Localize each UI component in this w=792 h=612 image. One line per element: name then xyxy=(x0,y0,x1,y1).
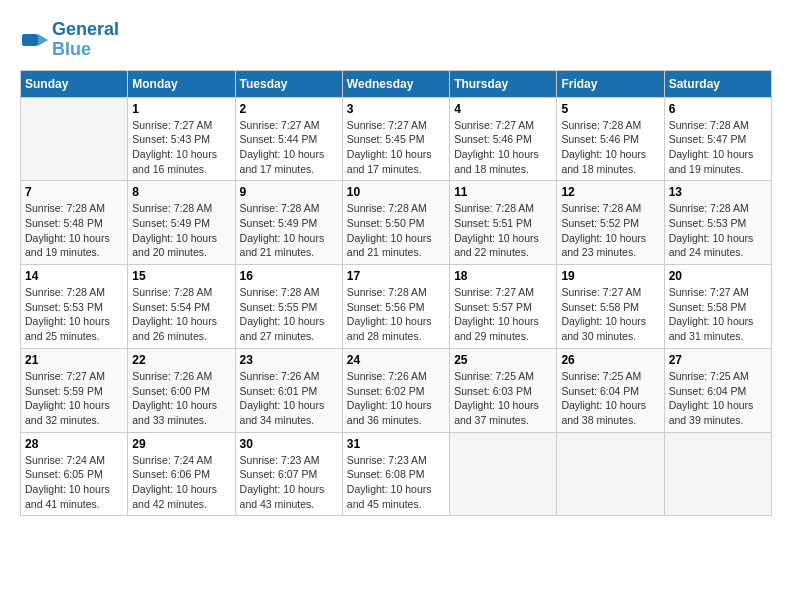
day-info: Sunrise: 7:27 AMSunset: 5:44 PMDaylight:… xyxy=(240,118,338,177)
day-info: Sunrise: 7:28 AMSunset: 5:47 PMDaylight:… xyxy=(669,118,767,177)
day-info: Sunrise: 7:26 AMSunset: 6:01 PMDaylight:… xyxy=(240,369,338,428)
calendar-cell: 10Sunrise: 7:28 AMSunset: 5:50 PMDayligh… xyxy=(342,181,449,265)
calendar-cell: 25Sunrise: 7:25 AMSunset: 6:03 PMDayligh… xyxy=(450,348,557,432)
calendar-cell: 9Sunrise: 7:28 AMSunset: 5:49 PMDaylight… xyxy=(235,181,342,265)
calendar-cell xyxy=(664,432,771,516)
day-info: Sunrise: 7:23 AMSunset: 6:08 PMDaylight:… xyxy=(347,453,445,512)
day-info: Sunrise: 7:25 AMSunset: 6:04 PMDaylight:… xyxy=(669,369,767,428)
calendar-cell: 26Sunrise: 7:25 AMSunset: 6:04 PMDayligh… xyxy=(557,348,664,432)
day-info: Sunrise: 7:27 AMSunset: 5:46 PMDaylight:… xyxy=(454,118,552,177)
day-number: 7 xyxy=(25,185,123,199)
calendar-cell: 18Sunrise: 7:27 AMSunset: 5:57 PMDayligh… xyxy=(450,265,557,349)
day-number: 12 xyxy=(561,185,659,199)
day-number: 29 xyxy=(132,437,230,451)
calendar-cell: 28Sunrise: 7:24 AMSunset: 6:05 PMDayligh… xyxy=(21,432,128,516)
day-number: 2 xyxy=(240,102,338,116)
calendar-cell: 5Sunrise: 7:28 AMSunset: 5:46 PMDaylight… xyxy=(557,97,664,181)
calendar-week-1: 1Sunrise: 7:27 AMSunset: 5:43 PMDaylight… xyxy=(21,97,772,181)
day-number: 24 xyxy=(347,353,445,367)
day-number: 15 xyxy=(132,269,230,283)
calendar-cell: 22Sunrise: 7:26 AMSunset: 6:00 PMDayligh… xyxy=(128,348,235,432)
day-info: Sunrise: 7:27 AMSunset: 5:58 PMDaylight:… xyxy=(561,285,659,344)
calendar-cell: 6Sunrise: 7:28 AMSunset: 5:47 PMDaylight… xyxy=(664,97,771,181)
day-number: 8 xyxy=(132,185,230,199)
calendar-cell: 1Sunrise: 7:27 AMSunset: 5:43 PMDaylight… xyxy=(128,97,235,181)
calendar-cell: 15Sunrise: 7:28 AMSunset: 5:54 PMDayligh… xyxy=(128,265,235,349)
calendar-week-4: 21Sunrise: 7:27 AMSunset: 5:59 PMDayligh… xyxy=(21,348,772,432)
day-number: 23 xyxy=(240,353,338,367)
day-info: Sunrise: 7:28 AMSunset: 5:49 PMDaylight:… xyxy=(132,201,230,260)
calendar-cell: 31Sunrise: 7:23 AMSunset: 6:08 PMDayligh… xyxy=(342,432,449,516)
day-number: 21 xyxy=(25,353,123,367)
day-number: 25 xyxy=(454,353,552,367)
day-info: Sunrise: 7:28 AMSunset: 5:48 PMDaylight:… xyxy=(25,201,123,260)
day-info: Sunrise: 7:28 AMSunset: 5:54 PMDaylight:… xyxy=(132,285,230,344)
calendar-cell: 8Sunrise: 7:28 AMSunset: 5:49 PMDaylight… xyxy=(128,181,235,265)
day-number: 13 xyxy=(669,185,767,199)
calendar-week-5: 28Sunrise: 7:24 AMSunset: 6:05 PMDayligh… xyxy=(21,432,772,516)
calendar-cell xyxy=(557,432,664,516)
day-number: 1 xyxy=(132,102,230,116)
day-number: 30 xyxy=(240,437,338,451)
calendar-cell: 19Sunrise: 7:27 AMSunset: 5:58 PMDayligh… xyxy=(557,265,664,349)
calendar-cell: 2Sunrise: 7:27 AMSunset: 5:44 PMDaylight… xyxy=(235,97,342,181)
day-info: Sunrise: 7:28 AMSunset: 5:49 PMDaylight:… xyxy=(240,201,338,260)
day-number: 6 xyxy=(669,102,767,116)
calendar-cell: 20Sunrise: 7:27 AMSunset: 5:58 PMDayligh… xyxy=(664,265,771,349)
calendar-cell: 3Sunrise: 7:27 AMSunset: 5:45 PMDaylight… xyxy=(342,97,449,181)
day-info: Sunrise: 7:27 AMSunset: 5:58 PMDaylight:… xyxy=(669,285,767,344)
svg-rect-0 xyxy=(22,34,38,46)
header-row: SundayMondayTuesdayWednesdayThursdayFrid… xyxy=(21,70,772,97)
calendar-cell: 24Sunrise: 7:26 AMSunset: 6:02 PMDayligh… xyxy=(342,348,449,432)
calendar-header: SundayMondayTuesdayWednesdayThursdayFrid… xyxy=(21,70,772,97)
day-info: Sunrise: 7:28 AMSunset: 5:55 PMDaylight:… xyxy=(240,285,338,344)
calendar-cell: 29Sunrise: 7:24 AMSunset: 6:06 PMDayligh… xyxy=(128,432,235,516)
calendar-cell: 30Sunrise: 7:23 AMSunset: 6:07 PMDayligh… xyxy=(235,432,342,516)
calendar-cell: 21Sunrise: 7:27 AMSunset: 5:59 PMDayligh… xyxy=(21,348,128,432)
page-header: General Blue xyxy=(20,20,772,60)
header-cell-tuesday: Tuesday xyxy=(235,70,342,97)
calendar-cell: 14Sunrise: 7:28 AMSunset: 5:53 PMDayligh… xyxy=(21,265,128,349)
day-info: Sunrise: 7:28 AMSunset: 5:53 PMDaylight:… xyxy=(669,201,767,260)
day-number: 11 xyxy=(454,185,552,199)
day-info: Sunrise: 7:28 AMSunset: 5:46 PMDaylight:… xyxy=(561,118,659,177)
day-info: Sunrise: 7:26 AMSunset: 6:00 PMDaylight:… xyxy=(132,369,230,428)
day-info: Sunrise: 7:24 AMSunset: 6:06 PMDaylight:… xyxy=(132,453,230,512)
day-info: Sunrise: 7:27 AMSunset: 5:59 PMDaylight:… xyxy=(25,369,123,428)
day-number: 17 xyxy=(347,269,445,283)
logo: General Blue xyxy=(20,20,119,60)
calendar-cell: 11Sunrise: 7:28 AMSunset: 5:51 PMDayligh… xyxy=(450,181,557,265)
day-info: Sunrise: 7:23 AMSunset: 6:07 PMDaylight:… xyxy=(240,453,338,512)
calendar-week-2: 7Sunrise: 7:28 AMSunset: 5:48 PMDaylight… xyxy=(21,181,772,265)
day-number: 26 xyxy=(561,353,659,367)
day-number: 4 xyxy=(454,102,552,116)
day-info: Sunrise: 7:28 AMSunset: 5:51 PMDaylight:… xyxy=(454,201,552,260)
header-cell-friday: Friday xyxy=(557,70,664,97)
day-info: Sunrise: 7:25 AMSunset: 6:03 PMDaylight:… xyxy=(454,369,552,428)
day-info: Sunrise: 7:28 AMSunset: 5:56 PMDaylight:… xyxy=(347,285,445,344)
day-number: 18 xyxy=(454,269,552,283)
day-info: Sunrise: 7:27 AMSunset: 5:45 PMDaylight:… xyxy=(347,118,445,177)
day-info: Sunrise: 7:26 AMSunset: 6:02 PMDaylight:… xyxy=(347,369,445,428)
header-cell-saturday: Saturday xyxy=(664,70,771,97)
day-number: 22 xyxy=(132,353,230,367)
day-number: 28 xyxy=(25,437,123,451)
day-number: 20 xyxy=(669,269,767,283)
day-info: Sunrise: 7:28 AMSunset: 5:52 PMDaylight:… xyxy=(561,201,659,260)
day-number: 5 xyxy=(561,102,659,116)
day-number: 9 xyxy=(240,185,338,199)
day-info: Sunrise: 7:28 AMSunset: 5:50 PMDaylight:… xyxy=(347,201,445,260)
day-number: 31 xyxy=(347,437,445,451)
calendar-cell: 27Sunrise: 7:25 AMSunset: 6:04 PMDayligh… xyxy=(664,348,771,432)
svg-marker-1 xyxy=(38,34,48,46)
day-info: Sunrise: 7:27 AMSunset: 5:57 PMDaylight:… xyxy=(454,285,552,344)
header-cell-monday: Monday xyxy=(128,70,235,97)
logo-text: General Blue xyxy=(52,20,119,60)
calendar-cell: 4Sunrise: 7:27 AMSunset: 5:46 PMDaylight… xyxy=(450,97,557,181)
calendar-cell xyxy=(21,97,128,181)
day-number: 14 xyxy=(25,269,123,283)
day-number: 16 xyxy=(240,269,338,283)
calendar-cell: 7Sunrise: 7:28 AMSunset: 5:48 PMDaylight… xyxy=(21,181,128,265)
calendar-week-3: 14Sunrise: 7:28 AMSunset: 5:53 PMDayligh… xyxy=(21,265,772,349)
calendar-cell: 12Sunrise: 7:28 AMSunset: 5:52 PMDayligh… xyxy=(557,181,664,265)
